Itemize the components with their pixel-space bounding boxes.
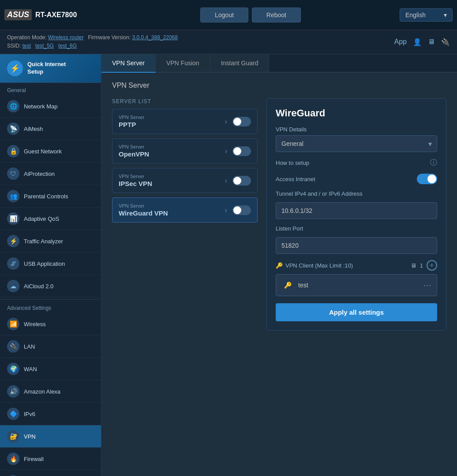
vpn-client-count: 🖥 1 + <box>411 260 437 271</box>
ssid-5g[interactable]: test_5G <box>35 43 54 49</box>
ipsec-toggle-knob <box>233 177 241 185</box>
quick-setup-icon: ⚡ <box>7 60 23 76</box>
server-card-openvpn[interactable]: VPN Server OpenVPN › <box>112 138 258 164</box>
tab-instant-guard[interactable]: Instant Guard <box>210 54 270 72</box>
add-vpn-client-button[interactable]: + <box>427 260 437 271</box>
sidebar: ⚡ Quick InternetSetup General 🌐 Network … <box>0 54 101 476</box>
pptp-name: PPTP <box>119 121 220 128</box>
usb-icon[interactable]: 🔌 <box>441 38 450 46</box>
access-intranet-label: Access Intranet <box>276 176 315 182</box>
general-section-label: General <box>0 83 101 95</box>
openvpn-arrow-icon: › <box>225 147 227 155</box>
listen-port-input[interactable] <box>276 237 437 254</box>
sidebar-item-administration[interactable]: ⚙ Administration <box>0 470 101 476</box>
listen-port-label: Listen Port <box>276 225 437 232</box>
sidebar-item-ipv6[interactable]: 🔷 IPv6 <box>0 403 101 425</box>
sidebar-item-adaptive-qos[interactable]: 📊 Adaptive QoS <box>0 208 101 230</box>
sidebar-item-traffic-analyzer[interactable]: ⚡ Traffic Analyzer <box>0 230 101 253</box>
pptp-toggle[interactable] <box>232 117 251 126</box>
vpn-client-label: VPN Client (Max Limit :10) <box>285 262 353 269</box>
tab-vpn-fusion[interactable]: VPN Fusion <box>156 54 210 72</box>
sidebar-divider <box>0 299 101 300</box>
key-icon: 🔑 <box>276 262 283 269</box>
wireguard-toggle[interactable] <box>232 205 251 215</box>
wireguard-arrow-icon: › <box>225 206 227 214</box>
sidebar-label-ipv6: IPv6 <box>24 411 35 417</box>
sidebar-item-vpn[interactable]: 🔐 VPN <box>0 425 101 448</box>
lan-icon: 🔌 <box>7 340 19 353</box>
reboot-button[interactable]: Reboot <box>252 7 301 22</box>
sidebar-label-aimesh: AiMesh <box>24 126 43 132</box>
ipv6-icon: 🔷 <box>7 408 19 420</box>
sidebar-item-aiprotection[interactable]: 🛡 AiProtection <box>0 163 101 185</box>
tunnel-addr-input[interactable] <box>276 202 437 219</box>
firmware-value[interactable]: 3.0.0.4_388_22068 <box>132 34 177 41</box>
sidebar-item-guest-network[interactable]: 🔒 Guest Network <box>0 140 101 163</box>
tunnel-addr-label: Tunnel IPv4 and / or IPv6 Address <box>276 190 437 197</box>
client-menu-button[interactable]: ⋯ <box>423 280 431 290</box>
language-selector[interactable]: English ▾ <box>400 8 453 22</box>
sidebar-item-parental-controls[interactable]: 👥 Parental Controls <box>0 185 101 208</box>
sidebar-label-amazon-alexa: Amazon Alexa <box>24 388 60 395</box>
display-icon[interactable]: 🖥 <box>428 38 435 46</box>
operation-mode-label: Operation Mode: <box>7 34 46 41</box>
ssid-2g[interactable]: test <box>22 43 31 49</box>
sidebar-item-firewall[interactable]: 🔥 Firewall <box>0 448 101 470</box>
server-list-panel: SERVER LIST VPN Server PPTP › <box>112 98 258 227</box>
access-intranet-row: Access Intranet <box>276 174 437 184</box>
logout-button[interactable]: Logout <box>200 7 248 22</box>
quick-internet-setup[interactable]: ⚡ Quick InternetSetup <box>0 54 101 83</box>
apply-all-settings-button[interactable]: Apply all settings <box>276 303 437 321</box>
ssid-label: SSID: <box>7 43 21 49</box>
pptp-arrow-icon: › <box>225 118 227 126</box>
server-card-ipsec[interactable]: VPN Server IPSec VPN › <box>112 168 258 193</box>
server-card-wireguard[interactable]: VPN Server WireGuard VPN › <box>112 197 258 223</box>
firmware-label: Firmware Version: <box>88 34 131 41</box>
sidebar-label-wireless: Wireless <box>24 321 46 327</box>
help-icon[interactable]: ⓘ <box>430 158 437 167</box>
ipsec-sublabel: VPN Server <box>119 174 220 179</box>
chevron-down-icon: ▾ <box>444 11 447 19</box>
openvpn-toggle[interactable] <box>232 146 251 156</box>
vpn-details-select[interactable]: General <box>276 135 437 152</box>
server-card-pptp[interactable]: VPN Server PPTP › <box>112 109 258 134</box>
network-map-icon: 🌐 <box>7 100 19 112</box>
client-key-icon: 🔑 <box>281 279 294 291</box>
sidebar-item-aimesh[interactable]: 📡 AiMesh <box>0 118 101 140</box>
sidebar-item-wan[interactable]: 🌍 WAN <box>0 358 101 380</box>
page-title: VPN Server <box>112 82 446 89</box>
sidebar-item-lan[interactable]: 🔌 LAN <box>0 335 101 358</box>
access-intranet-toggle[interactable] <box>417 174 437 184</box>
wireguard-info: VPN Server WireGuard VPN <box>119 203 220 217</box>
firewall-icon: 🔥 <box>7 453 19 465</box>
sidebar-item-wireless[interactable]: 📶 Wireless <box>0 313 101 335</box>
main-layout: ⚡ Quick InternetSetup General 🌐 Network … <box>0 54 457 476</box>
aiprotection-icon: 🛡 <box>7 167 19 180</box>
ipsec-info: VPN Server IPSec VPN <box>119 174 220 187</box>
client-item: 🔑 test ⋯ <box>276 274 437 296</box>
sidebar-label-vpn: VPN <box>24 433 36 440</box>
ssid-6g[interactable]: test_6G <box>58 43 77 49</box>
tab-vpn-server[interactable]: VPN Server <box>101 54 156 73</box>
info-bar-right: App 👤 🖥 🔌 <box>394 38 450 46</box>
sidebar-item-amazon-alexa[interactable]: 🔊 Amazon Alexa <box>0 380 101 403</box>
how-to-setup-label: How to setup <box>276 160 309 166</box>
app-label[interactable]: App <box>394 38 407 46</box>
pptp-toggle-knob <box>233 118 241 126</box>
server-list-label: SERVER LIST <box>112 98 258 104</box>
openvpn-name: OpenVPN <box>119 150 220 158</box>
ipsec-name: IPSec VPN <box>119 180 220 187</box>
info-bar-left: Operation Mode: Wireless router Firmware… <box>7 33 178 50</box>
tabs-bar: VPN Server VPN Fusion Instant Guard <box>101 54 457 73</box>
ipsec-toggle[interactable] <box>232 176 251 186</box>
operation-mode-value[interactable]: Wireless router <box>48 34 84 41</box>
wan-icon: 🌍 <box>7 363 19 375</box>
vpn-details-select-wrapper: General <box>276 135 437 152</box>
wireguard-sublabel: VPN Server <box>119 203 220 208</box>
sidebar-item-usb-application[interactable]: 🖇 USB Application <box>0 253 101 275</box>
sidebar-item-aicloud[interactable]: ☁ AiCloud 2.0 <box>0 275 101 298</box>
sidebar-item-network-map[interactable]: 🌐 Network Map <box>0 95 101 118</box>
user-icon[interactable]: 👤 <box>413 38 422 46</box>
traffic-analyzer-icon: ⚡ <box>7 235 19 247</box>
openvpn-toggle-knob <box>233 147 241 155</box>
